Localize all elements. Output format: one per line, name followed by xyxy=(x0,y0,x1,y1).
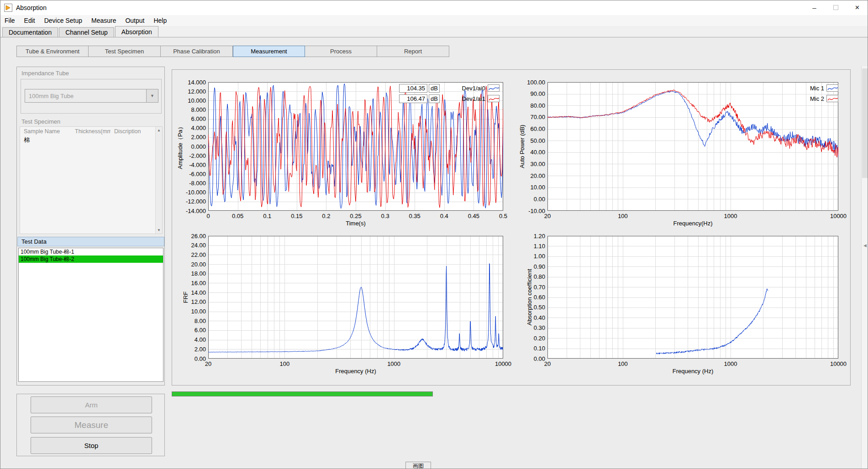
progress-fill xyxy=(172,392,432,396)
menu-item-device-setup[interactable]: Device Setup xyxy=(40,15,87,26)
subtab-phase-calibration[interactable]: Phase Calibration xyxy=(161,46,233,57)
svg-text:1.10: 1.10 xyxy=(534,243,545,250)
svg-text:0.2: 0.2 xyxy=(322,213,330,219)
impedance-tube-dropdown[interactable]: 100mm Big Tube ▼ xyxy=(25,89,158,103)
subtab-process[interactable]: Process xyxy=(305,46,377,57)
specimen-row[interactable]: 棉 xyxy=(20,136,155,144)
svg-text:10000: 10000 xyxy=(495,360,511,367)
test-data-item[interactable]: 100mm Big Tube-棉-1 xyxy=(19,248,163,255)
level-readout-unit: dB xyxy=(429,94,440,103)
tab-absorption[interactable]: Absorption xyxy=(115,26,158,37)
test-data-header: Test Data xyxy=(17,237,164,246)
legend-label: Dev1/ai0 xyxy=(440,85,485,92)
legend-plot-icon[interactable] xyxy=(826,84,838,92)
maximize-button[interactable] xyxy=(825,0,847,15)
svg-text:100.00: 100.00 xyxy=(527,79,545,86)
svg-text:0.05: 0.05 xyxy=(232,213,243,219)
svg-text:30.00: 30.00 xyxy=(530,161,545,167)
svg-text:20.00: 20.00 xyxy=(191,261,206,268)
svg-text:24.00: 24.00 xyxy=(191,242,206,249)
svg-text:10.00: 10.00 xyxy=(191,308,206,315)
subtab-report[interactable]: Report xyxy=(377,46,449,57)
test-data-item[interactable]: 100mm Big Tube-棉-2 xyxy=(19,255,163,263)
window-controls: – ✕ xyxy=(804,0,868,15)
menu-item-output[interactable]: Output xyxy=(121,15,149,26)
legend-label: Mic 1 xyxy=(802,85,824,92)
tab-documentation[interactable]: Documentation xyxy=(2,27,58,37)
menu-item-measure[interactable]: Measure xyxy=(87,15,121,26)
arm-button[interactable]: Arm xyxy=(31,396,152,413)
svg-text:100: 100 xyxy=(618,360,628,367)
svg-text:14.000: 14.000 xyxy=(188,79,206,86)
svg-text:-6.000: -6.000 xyxy=(189,171,206,177)
legend-row: Mic 2 xyxy=(802,94,838,103)
menu-item-edit[interactable]: Edit xyxy=(20,15,40,26)
subtab-tube-environment[interactable]: Tube & Environment xyxy=(16,46,89,57)
svg-text:14.00: 14.00 xyxy=(191,289,206,296)
test-data-list: 100mm Big Tube-棉-1100mm Big Tube-棉-2 xyxy=(18,248,163,382)
specimen-cell: 棉 xyxy=(20,136,71,144)
svg-text:0.30: 0.30 xyxy=(534,324,545,331)
scroll-down-icon[interactable]: ▼ xyxy=(157,228,161,232)
svg-text:-14.000: -14.000 xyxy=(186,208,206,214)
specimen-table-header: Sample NameThickness(mm)Discription xyxy=(20,127,155,136)
minimize-button[interactable]: – xyxy=(804,0,825,15)
legend-plot-icon[interactable] xyxy=(826,95,838,102)
svg-text:-8.000: -8.000 xyxy=(189,180,206,187)
svg-text:2.000: 2.000 xyxy=(191,134,206,141)
y-axis-label: Auto Power (dB) xyxy=(519,125,526,168)
svg-text:0.00: 0.00 xyxy=(534,196,545,203)
specimen-table-body: 棉 xyxy=(20,136,155,234)
specimen-column-sample-name: Sample Name xyxy=(20,127,71,136)
stop-button[interactable]: Stop xyxy=(31,437,152,454)
svg-text:10000: 10000 xyxy=(830,360,847,367)
svg-text:80.00: 80.00 xyxy=(530,102,545,109)
svg-text:0.35: 0.35 xyxy=(409,213,421,219)
sidebar-panel: Impendance Tube 100mm Big Tube ▼ Test Sp… xyxy=(16,67,165,386)
legend-label: Mic 2 xyxy=(802,95,824,102)
svg-text:0.80: 0.80 xyxy=(534,273,545,280)
scrollbar-thumb[interactable] xyxy=(862,68,868,178)
scroll-up-icon[interactable]: ▲ xyxy=(157,128,161,132)
svg-text:0.40: 0.40 xyxy=(534,314,545,321)
measure-button[interactable]: Measure xyxy=(31,417,152,433)
legend-plot-icon[interactable] xyxy=(488,84,500,92)
specimen-column-discription: Discription xyxy=(110,127,155,136)
tab-channel-setup[interactable]: Channel Setup xyxy=(59,27,114,37)
menu-item-file[interactable]: File xyxy=(0,15,20,26)
svg-text:-10.000: -10.000 xyxy=(186,189,206,196)
specimen-table-scrollbar[interactable]: ▲ ▼ xyxy=(155,127,162,234)
vertical-scrollbar[interactable]: ◀ xyxy=(861,66,868,469)
svg-text:10.00: 10.00 xyxy=(530,184,545,191)
svg-text:12.000: 12.000 xyxy=(188,88,206,95)
svg-text:0.000: 0.000 xyxy=(191,143,206,150)
level-readout: 106.47 xyxy=(399,94,427,103)
subtab-test-specimen[interactable]: Test Specimen xyxy=(89,46,161,57)
svg-text:4.00: 4.00 xyxy=(195,336,206,343)
dropdown-arrow-icon[interactable]: ▼ xyxy=(146,89,158,102)
close-button[interactable]: ✕ xyxy=(847,0,868,15)
title-bar: Absorption – ✕ xyxy=(0,0,868,15)
svg-text:1.00: 1.00 xyxy=(534,253,545,260)
svg-text:0.50: 0.50 xyxy=(534,304,545,311)
x-axis-label: Frequency (Hz) xyxy=(335,368,376,375)
collapse-pane-icon[interactable]: ◀ xyxy=(863,243,867,248)
menu-bar: FileEditDevice SetupMeasureOutputHelp xyxy=(0,15,868,26)
bottom-page-tab-label: 画图 xyxy=(413,462,424,469)
chart-absorption: 201001000100001.201.101.000.900.800.700.… xyxy=(512,228,851,386)
y-tick-labels: 26.0024.0022.0020.0018.0016.0014.0012.00… xyxy=(191,233,206,362)
svg-text:20.00: 20.00 xyxy=(530,172,545,179)
menu-item-help[interactable]: Help xyxy=(149,15,171,26)
svg-text:0.1: 0.1 xyxy=(263,213,271,219)
subtab-measurement[interactable]: Measurement xyxy=(233,46,305,57)
bottom-page-tab[interactable]: 画图 xyxy=(405,462,431,469)
legend-plot-icon[interactable] xyxy=(488,95,500,102)
svg-text:26.00: 26.00 xyxy=(191,233,206,240)
progress-bar xyxy=(172,391,433,396)
svg-text:1000: 1000 xyxy=(724,360,737,367)
svg-text:12.00: 12.00 xyxy=(191,298,206,305)
svg-text:8.000: 8.000 xyxy=(191,106,206,113)
specimen-column-thickness-mm: Thickness(mm) xyxy=(71,127,110,136)
svg-text:2.00: 2.00 xyxy=(195,346,206,353)
svg-text:0.20: 0.20 xyxy=(534,335,545,342)
